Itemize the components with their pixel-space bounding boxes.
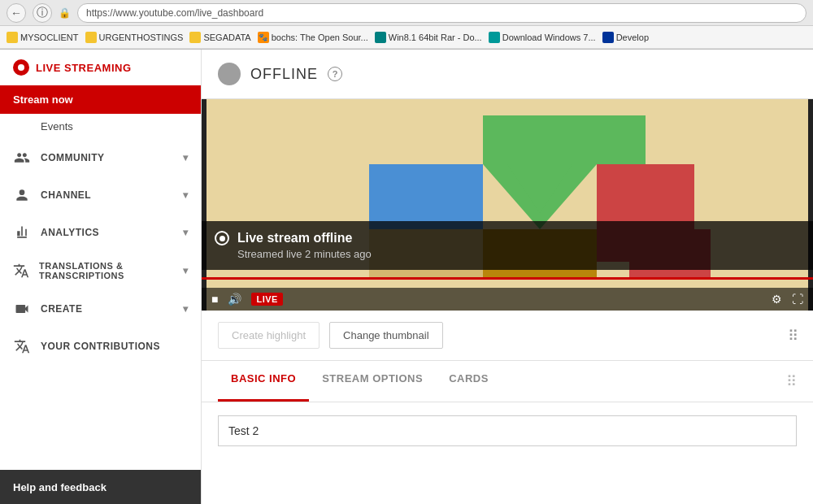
bookmark-icon xyxy=(375,32,386,43)
tab-stream-options[interactable]: STREAM OPTIONS xyxy=(309,361,436,402)
analytics-icon xyxy=(13,224,31,241)
sidebar-item-translations[interactable]: TRANSLATIONS & TRANSCRIPTIONS ▾ xyxy=(0,251,201,290)
sidebar-item-channel[interactable]: CHANNEL ▾ xyxy=(0,176,201,214)
bookmark-segadata[interactable]: SEGADATA xyxy=(189,32,250,43)
create-icon xyxy=(13,300,31,318)
browser-chrome: ← ⓘ 🔒 https://www.youtube.com/live_dashb… xyxy=(0,0,813,50)
sidebar-logo: LIVE STREAMING xyxy=(0,50,201,85)
bookmark-develop[interactable]: Develop xyxy=(602,32,649,43)
lock-indicator: 🔒 xyxy=(59,7,71,19)
bookmark-icon xyxy=(85,32,97,43)
analytics-chevron-icon: ▾ xyxy=(183,227,189,238)
title-input[interactable] xyxy=(218,415,797,446)
bookmarks-bar: MYSOCLIENT URGENTHOSTINGS SEGADATA 🐾 boc… xyxy=(0,26,813,49)
bookmark-download-win7[interactable]: Download Windows 7... xyxy=(489,32,596,43)
status-bar: OFFLINE ? xyxy=(202,50,813,99)
tab-basic-info[interactable]: BASIC INFO xyxy=(218,361,309,402)
sidebar-item-create[interactable]: CREATE ▾ xyxy=(0,290,201,328)
channel-icon xyxy=(13,186,31,204)
progress-bar xyxy=(202,277,813,280)
bookmark-win81[interactable]: Win8.1 64bit Rar - Do... xyxy=(375,32,482,43)
stream-status-icon xyxy=(215,231,229,245)
translations-chevron-icon: ▾ xyxy=(183,265,189,276)
community-icon xyxy=(13,149,31,167)
live-streaming-icon xyxy=(13,59,29,76)
settings-button[interactable]: ⚙ xyxy=(772,293,782,306)
tab-cards[interactable]: CARDS xyxy=(436,361,502,402)
stream-offline-subtitle: Streamed live 2 minutes ago xyxy=(215,248,800,260)
sidebar-item-your-contributions[interactable]: YOUR CONTRIBUTIONS xyxy=(0,328,201,365)
contributions-icon xyxy=(13,337,31,355)
tabs-row: BASIC INFO STREAM OPTIONS CARDS ⠿ xyxy=(202,361,813,402)
sidebar-item-analytics[interactable]: ANALYTICS ▾ xyxy=(0,214,201,251)
create-highlight-button[interactable]: Create highlight xyxy=(218,322,320,349)
sidebar-item-community[interactable]: COMMUNITY ▾ xyxy=(0,139,201,176)
lock-icon: 🔒 xyxy=(59,7,71,19)
bookmark-mysocclient[interactable]: MYSOCLIENT xyxy=(7,32,79,43)
change-thumbnail-button[interactable]: Change thumbnail xyxy=(329,322,443,349)
volume-button[interactable]: 🔊 xyxy=(228,293,241,306)
status-help-icon[interactable]: ? xyxy=(328,67,342,81)
live-badge: LIVE xyxy=(251,293,282,306)
bookmark-urgenthostings[interactable]: URGENTHOSTINGS xyxy=(85,32,184,43)
svg-point-0 xyxy=(20,189,25,195)
offline-indicator xyxy=(218,63,241,85)
bookmark-icon xyxy=(189,32,201,43)
app: LIVE STREAMING Stream now Events COMMUNI… xyxy=(0,50,813,504)
sidebar: LIVE STREAMING Stream now Events COMMUNI… xyxy=(0,50,202,504)
action-buttons-bar: Create highlight Change thumbnail ⠿ xyxy=(202,311,813,361)
back-button[interactable]: ← xyxy=(7,3,26,23)
bookmark-icon xyxy=(489,32,500,43)
bookmark-icon: 🐾 xyxy=(258,32,269,43)
bookmark-icon xyxy=(7,32,18,43)
fullscreen-button[interactable]: ⛶ xyxy=(792,293,803,306)
sidebar-item-events[interactable]: Events xyxy=(0,114,201,139)
offline-text: OFFLINE xyxy=(250,66,318,83)
bookmark-icon xyxy=(602,32,614,43)
translations-icon xyxy=(13,262,29,280)
video-controls: ■ 🔊 LIVE ⚙ ⛶ xyxy=(202,288,813,311)
info-button[interactable]: ⓘ xyxy=(33,3,52,23)
help-feedback-button[interactable]: Help and feedback xyxy=(0,470,201,504)
sidebar-item-stream-now[interactable]: Stream now xyxy=(0,85,201,114)
url-bar[interactable]: https://www.youtube.com/live_dashboard xyxy=(77,3,806,23)
community-chevron-icon: ▾ xyxy=(183,152,189,163)
grid-view-icon[interactable]: ⠿ xyxy=(788,327,797,345)
video-player: Live stream offline Streamed live 2 minu… xyxy=(202,99,813,311)
create-chevron-icon: ▾ xyxy=(183,303,189,315)
bookmark-bochs[interactable]: 🐾 bochs: The Open Sour... xyxy=(258,32,368,43)
stream-offline-overlay: Live stream offline Streamed live 2 minu… xyxy=(202,221,813,270)
tabs-grid-icon: ⠿ xyxy=(786,361,797,402)
form-area xyxy=(202,402,813,459)
browser-titlebar: ← ⓘ 🔒 https://www.youtube.com/live_dashb… xyxy=(0,0,813,26)
svg-rect-8 xyxy=(483,115,646,164)
main-content: OFFLINE ? xyxy=(202,50,813,504)
stream-offline-title: Live stream offline xyxy=(237,231,352,245)
stop-button[interactable]: ■ xyxy=(211,293,218,306)
channel-chevron-icon: ▾ xyxy=(183,189,189,201)
